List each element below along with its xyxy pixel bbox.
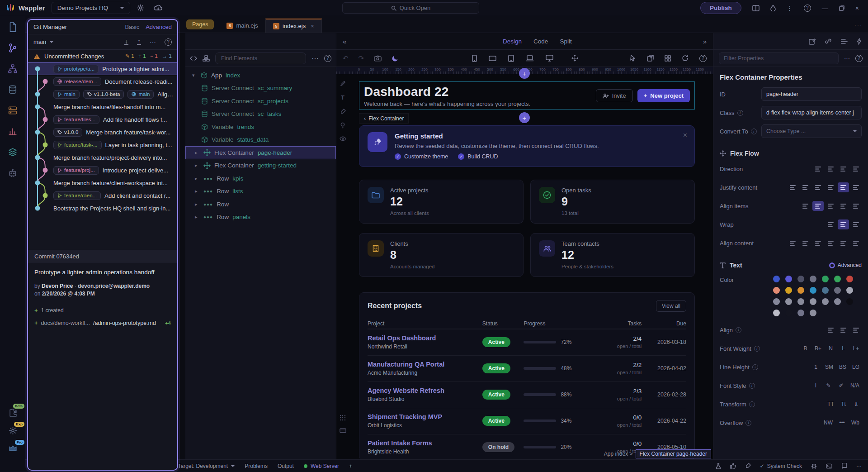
design-brush-icon[interactable]: [745, 463, 751, 469]
git-mode-advanced[interactable]: Advanced: [146, 24, 172, 30]
table-row[interactable]: Shipment Tracking MVPOrbit Logistics Act…: [368, 408, 686, 434]
color-swatch[interactable]: [822, 298, 829, 305]
ai-robot-icon[interactable]: [7, 167, 18, 178]
color-swatch[interactable]: [846, 287, 853, 294]
overflow-options[interactable]: NW•••Wb: [821, 418, 862, 428]
commit-row[interactable]: main v1.1.0-beta main Align...: [28, 88, 177, 100]
commit-row[interactable]: release/dem... Document release-readi...: [28, 75, 177, 88]
color-swatch[interactable]: [773, 276, 780, 282]
close-icon[interactable]: ×: [683, 131, 687, 139]
undo-icon[interactable]: ↶: [343, 54, 349, 62]
breadcrumb-prefix[interactable]: App index >: [604, 451, 633, 457]
table-row[interactable]: Manufacturing QA PortalAcme Manufacturin…: [368, 355, 686, 381]
page-canvas[interactable]: T Dashboard 22 Welcome back — here's wha…: [336, 74, 713, 459]
class-input[interactable]: [761, 106, 862, 119]
extensions-puzzle-icon[interactable]: Beta: [7, 407, 18, 418]
tab-split[interactable]: Split: [560, 38, 571, 45]
tree-item-row-panels[interactable]: ▸ ●●● Rowpanels: [185, 211, 336, 224]
edit-pencil-icon[interactable]: [340, 81, 346, 86]
web-server-button[interactable]: Web Server: [304, 463, 339, 469]
tab-close-icon[interactable]: ×: [311, 23, 314, 29]
table-row[interactable]: Agency Website RefreshBluebird Studio Ac…: [368, 381, 686, 408]
more-menu-icon[interactable]: ⋮: [787, 5, 793, 12]
color-swatch[interactable]: [822, 276, 829, 282]
add-element-button[interactable]: +: [519, 112, 530, 123]
color-swatch[interactable]: [810, 310, 816, 316]
project-selector[interactable]: Demo Projects HQ: [52, 2, 131, 14]
cloud-sync-icon[interactable]: [154, 5, 165, 12]
device-tablet-icon[interactable]: [508, 55, 514, 62]
commit-row[interactable]: Bootstrap the Projects HQ shell and sign…: [28, 202, 177, 215]
font-weight-options[interactable]: BB+NLL+: [800, 343, 862, 353]
page-header-element[interactable]: Dashboard 22 Welcome back — here's what'…: [359, 81, 695, 110]
screenshot-camera-icon[interactable]: [374, 55, 382, 62]
justify-content-options[interactable]: [787, 182, 862, 192]
terminal-icon[interactable]: [826, 463, 832, 469]
color-swatch[interactable]: [785, 276, 792, 282]
chevron-right-icon[interactable]: ▸: [195, 214, 200, 220]
tree-item-sc-projects[interactable]: Server Connectsc_projects: [185, 95, 336, 108]
tree-item-variable-status-data[interactable]: Variablestatus_data: [185, 133, 336, 147]
publish-button[interactable]: Publish: [700, 2, 741, 14]
code-view-icon[interactable]: [190, 56, 197, 61]
commit-row[interactable]: feature/files... Add file handoff flows …: [28, 113, 177, 126]
tab-main-ejs[interactable]: 5 main.ejs: [219, 19, 265, 33]
git-mode-basic[interactable]: Basic: [125, 24, 139, 30]
structure-icon[interactable]: [203, 55, 210, 62]
color-swatch[interactable]: [773, 287, 780, 294]
text-tool-icon[interactable]: T: [341, 94, 344, 101]
tree-help-icon[interactable]: ?: [324, 55, 331, 62]
theme-lamp-icon[interactable]: [340, 122, 345, 129]
dynamic-lightning-icon[interactable]: [857, 38, 862, 45]
pages-file-icon[interactable]: [7, 22, 18, 33]
color-swatch[interactable]: [773, 298, 780, 305]
redo-icon[interactable]: ↷: [359, 54, 364, 62]
color-swatch[interactable]: [785, 298, 792, 305]
chevron-down-icon[interactable]: ▾: [192, 72, 197, 78]
commit-row[interactable]: feature/task-... Layer in task planning,…: [28, 138, 177, 151]
color-swatch[interactable]: [834, 298, 841, 305]
pages-button[interactable]: Pages: [186, 19, 214, 29]
lab-flask-icon[interactable]: [716, 463, 721, 469]
color-swatch[interactable]: [810, 298, 816, 305]
id-input[interactable]: [761, 87, 862, 101]
color-swatch[interactable]: [810, 276, 816, 282]
output-button[interactable]: Output: [278, 463, 294, 469]
color-swatch[interactable]: [797, 310, 804, 316]
server-icon[interactable]: [7, 105, 18, 116]
commit-row[interactable]: v1.0.0 Merge branch feature/task-wor...: [28, 126, 177, 138]
dark-mode-moon-icon[interactable]: [392, 55, 399, 62]
tree-item-sc-summary[interactable]: Server Connectsc_summary: [185, 82, 336, 95]
commit-file-row[interactable]: + docs/demo-workfl... /admin-ops-prototy…: [34, 319, 171, 326]
git-more-icon[interactable]: ···: [150, 38, 156, 46]
debug-icon[interactable]: [811, 463, 817, 469]
theme-drop-icon[interactable]: [770, 5, 776, 11]
device-desktop-icon[interactable]: [546, 55, 553, 62]
stat-open-tasks[interactable]: Open tasks 9 13 total: [530, 180, 695, 224]
color-swatch[interactable]: [846, 276, 853, 282]
open-browser-icon[interactable]: [647, 55, 654, 62]
tree-item-app[interactable]: ▾ Appindex: [185, 69, 336, 82]
font-style-options[interactable]: I✎✐N/A: [810, 381, 862, 391]
add-element-button[interactable]: +: [519, 68, 530, 79]
tree-item-row-kpis[interactable]: ▸ ●●● Rowkpis: [185, 172, 336, 185]
build-crud-chip[interactable]: ✓Build CRUD: [458, 153, 498, 160]
tree-item-page-header[interactable]: ▸ Flex Containerpage-header: [185, 146, 336, 159]
tree-item-variable-trends[interactable]: Variabletrends: [185, 120, 336, 133]
window-restore-button[interactable]: [839, 5, 844, 11]
pro-features-icon[interactable]: Pro: [7, 443, 18, 454]
color-swatch[interactable]: [773, 310, 780, 316]
window-minimize-button[interactable]: —: [822, 5, 828, 12]
grid-view-icon[interactable]: [665, 55, 671, 62]
grid-dots-icon[interactable]: [340, 415, 346, 421]
feedback-thumb-icon[interactable]: [730, 463, 736, 469]
element-breadcrumb-chip[interactable]: ‹ Flex Container: [359, 113, 409, 124]
chevron-right-icon[interactable]: ▸: [195, 162, 200, 168]
collapse-left-icon[interactable]: «: [343, 38, 346, 45]
statusbar-more-icon[interactable]: ···: [856, 463, 862, 469]
git-pull-icon[interactable]: ↓: [124, 39, 128, 45]
chevron-right-icon[interactable]: ▸: [195, 150, 200, 156]
color-swatch[interactable]: [834, 276, 841, 282]
tabbar-overflow-icon[interactable]: ···: [854, 22, 863, 28]
help-icon[interactable]: ?: [804, 5, 811, 12]
